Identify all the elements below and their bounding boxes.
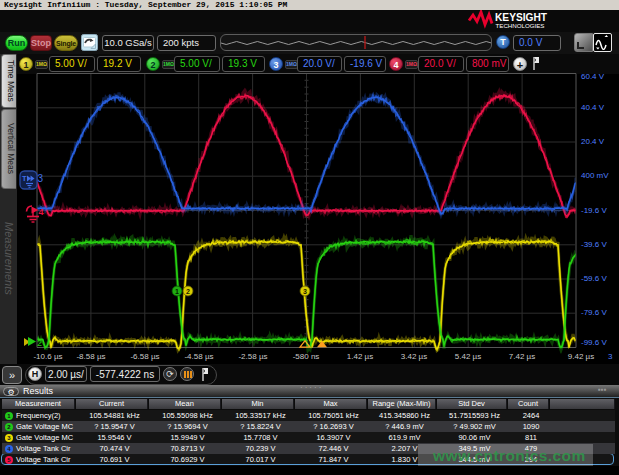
svg-text:2: 2 — [186, 288, 190, 295]
svg-text:4: 4 — [39, 207, 44, 217]
svg-text:3: 3 — [303, 288, 307, 295]
svg-text:3: 3 — [38, 173, 44, 184]
svg-text:1: 1 — [175, 288, 179, 295]
svg-text:2: 2 — [37, 338, 42, 348]
svg-text:T: T — [22, 174, 27, 183]
